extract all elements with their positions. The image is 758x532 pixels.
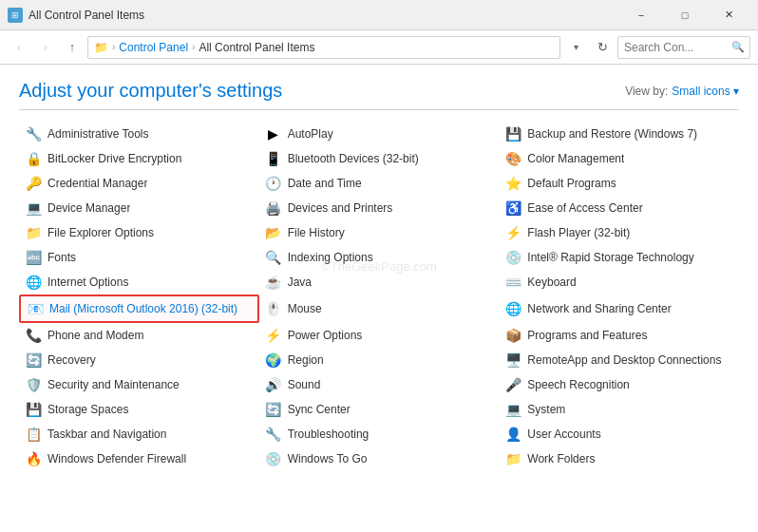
grid-item[interactable]: 🔍 Indexing Options bbox=[259, 245, 500, 270]
grid-item[interactable]: 🔄 Sync Center bbox=[259, 397, 500, 422]
item-label: BitLocker Drive Encryption bbox=[47, 152, 181, 165]
up-button[interactable]: ↑ bbox=[61, 36, 84, 59]
grid-item[interactable]: 💻 System bbox=[499, 397, 739, 422]
item-label: Mouse bbox=[288, 302, 322, 315]
item-icon: 🎨 bbox=[504, 150, 521, 167]
grid-item[interactable]: ⌨️ Keyboard bbox=[499, 270, 739, 294]
window-title: All Control Panel Items bbox=[28, 9, 144, 22]
grid-item[interactable]: 💿 Intel® Rapid Storage Technology bbox=[499, 245, 739, 270]
grid-item[interactable]: 🔊 Sound bbox=[259, 372, 500, 397]
item-icon: 🖨️ bbox=[265, 200, 282, 217]
item-icon: 🎤 bbox=[504, 376, 521, 393]
grid-item[interactable]: ⚡ Flash Player (32-bit) bbox=[499, 220, 739, 245]
view-by-label: View by: bbox=[625, 85, 668, 98]
item-label: Ease of Access Center bbox=[527, 201, 642, 215]
grid-item[interactable]: 🖱️ Mouse bbox=[259, 294, 500, 323]
grid-item[interactable]: 🖨️ Devices and Printers bbox=[259, 196, 500, 220]
item-icon: ⚡ bbox=[504, 224, 521, 241]
item-icon: 💻 bbox=[25, 200, 42, 217]
grid-item[interactable]: 🕐 Date and Time bbox=[259, 171, 500, 196]
app-icon: ⊞ bbox=[8, 8, 23, 23]
item-label: Mail (Microsoft Outlook 2016) (32-bit) bbox=[49, 302, 237, 315]
item-label: Intel® Rapid Storage Technology bbox=[527, 251, 693, 264]
close-button[interactable]: ✕ bbox=[707, 0, 750, 30]
grid-item[interactable]: 🔒 BitLocker Drive Encryption bbox=[19, 146, 259, 171]
item-icon: 🔄 bbox=[265, 401, 282, 418]
search-input[interactable] bbox=[617, 36, 750, 59]
item-label: Credential Manager bbox=[47, 177, 147, 190]
window-controls: − □ ✕ bbox=[619, 0, 750, 30]
grid-item[interactable]: 🔄 Recovery bbox=[19, 348, 259, 372]
item-icon: 🔤 bbox=[25, 249, 42, 266]
grid-item[interactable]: ♿ Ease of Access Center bbox=[499, 196, 739, 220]
search-wrapper: 🔍 bbox=[617, 36, 750, 59]
item-icon: 🔑 bbox=[25, 175, 42, 192]
item-icon: 🔊 bbox=[265, 376, 282, 393]
item-label: Java bbox=[288, 276, 312, 289]
grid-item[interactable]: 📋 Taskbar and Navigation bbox=[19, 422, 259, 446]
item-label: Flash Player (32-bit) bbox=[527, 226, 630, 239]
breadcrumb-current: All Control Panel Items bbox=[199, 41, 314, 54]
forward-button[interactable]: › bbox=[34, 36, 57, 59]
item-icon: 📂 bbox=[265, 224, 282, 241]
grid-item[interactable]: 📂 File History bbox=[259, 220, 500, 245]
grid-item[interactable]: 🔧 Administrative Tools bbox=[19, 122, 259, 146]
item-icon: 📦 bbox=[504, 327, 521, 344]
grid-item[interactable]: 🌍 Region bbox=[259, 348, 500, 372]
item-label: Fonts bbox=[47, 251, 76, 264]
item-label: User Accounts bbox=[527, 428, 600, 441]
grid-item[interactable]: 🔑 Credential Manager bbox=[19, 171, 259, 196]
grid-item[interactable]: 📁 Work Folders bbox=[499, 446, 739, 471]
item-icon: ⌨️ bbox=[504, 274, 521, 291]
grid-item[interactable]: 🌐 Network and Sharing Center bbox=[499, 294, 739, 323]
grid-item[interactable]: ⚡ Power Options bbox=[259, 323, 500, 348]
minimize-button[interactable]: − bbox=[619, 0, 663, 30]
grid-item[interactable]: 💾 Backup and Restore (Windows 7) bbox=[499, 122, 739, 146]
title-bar: ⊞ All Control Panel Items − □ ✕ bbox=[0, 0, 758, 30]
grid-item[interactable]: ☕ Java bbox=[259, 270, 500, 294]
grid-item[interactable]: 📧 Mail (Microsoft Outlook 2016) (32-bit) bbox=[19, 294, 259, 323]
item-label: File Explorer Options bbox=[47, 226, 154, 239]
grid-item[interactable]: 🔧 Troubleshooting bbox=[259, 422, 500, 446]
item-icon: 🌐 bbox=[25, 274, 42, 291]
item-label: Windows Defender Firewall bbox=[47, 452, 186, 466]
grid-item[interactable]: 📞 Phone and Modem bbox=[19, 323, 259, 348]
item-icon: 🔍 bbox=[265, 249, 282, 266]
grid-item[interactable]: 🌐 Internet Options bbox=[19, 270, 259, 294]
item-label: RemoteApp and Desktop Connections bbox=[527, 353, 721, 367]
item-label: AutoPlay bbox=[288, 127, 333, 141]
grid-item[interactable]: 💾 Storage Spaces bbox=[19, 397, 259, 422]
view-by-option[interactable]: Small icons ▾ bbox=[672, 85, 739, 98]
grid-item[interactable]: ⭐ Default Programs bbox=[499, 171, 739, 196]
maximize-button[interactable]: □ bbox=[663, 0, 707, 30]
grid-item[interactable]: 📦 Programs and Features bbox=[499, 323, 739, 348]
grid-item[interactable]: 🛡️ Security and Maintenance bbox=[19, 372, 259, 397]
grid-item[interactable]: 🎨 Color Management bbox=[499, 146, 739, 171]
grid-item[interactable]: 🔤 Fonts bbox=[19, 245, 259, 270]
item-icon: 📧 bbox=[27, 300, 44, 317]
item-icon: 💾 bbox=[504, 125, 521, 142]
address-dropdown-button[interactable]: ▾ bbox=[564, 36, 587, 59]
grid-item[interactable]: ▶ AutoPlay bbox=[259, 122, 500, 146]
grid-item[interactable]: 🖥️ RemoteApp and Desktop Connections bbox=[499, 348, 739, 372]
item-label: Device Manager bbox=[47, 201, 130, 215]
grid-item[interactable]: 💿 Windows To Go bbox=[259, 446, 500, 471]
breadcrumb-sep2: › bbox=[192, 42, 195, 52]
breadcrumb-sep1: › bbox=[112, 42, 115, 52]
breadcrumb-icon[interactable]: 📁 bbox=[94, 41, 108, 54]
breadcrumb-control-panel[interactable]: Control Panel bbox=[119, 41, 188, 54]
grid-item[interactable]: 📱 Bluetooth Devices (32-bit) bbox=[259, 146, 500, 171]
item-label: File History bbox=[288, 226, 345, 239]
grid-item[interactable]: 🔥 Windows Defender Firewall bbox=[19, 446, 259, 471]
grid-item[interactable]: 📁 File Explorer Options bbox=[19, 220, 259, 245]
back-button[interactable]: ‹ bbox=[8, 36, 30, 59]
grid-item[interactable]: 👤 User Accounts bbox=[499, 422, 739, 446]
grid-item[interactable]: 🎤 Speech Recognition bbox=[499, 372, 739, 397]
item-icon: 🌐 bbox=[504, 300, 521, 317]
item-icon: 📱 bbox=[265, 150, 282, 167]
item-icon: 🔧 bbox=[265, 426, 282, 443]
item-icon: 💿 bbox=[504, 249, 521, 266]
grid-item[interactable]: 💻 Device Manager bbox=[19, 196, 259, 220]
item-icon: 📁 bbox=[504, 450, 521, 467]
refresh-button[interactable]: ↻ bbox=[591, 36, 614, 59]
